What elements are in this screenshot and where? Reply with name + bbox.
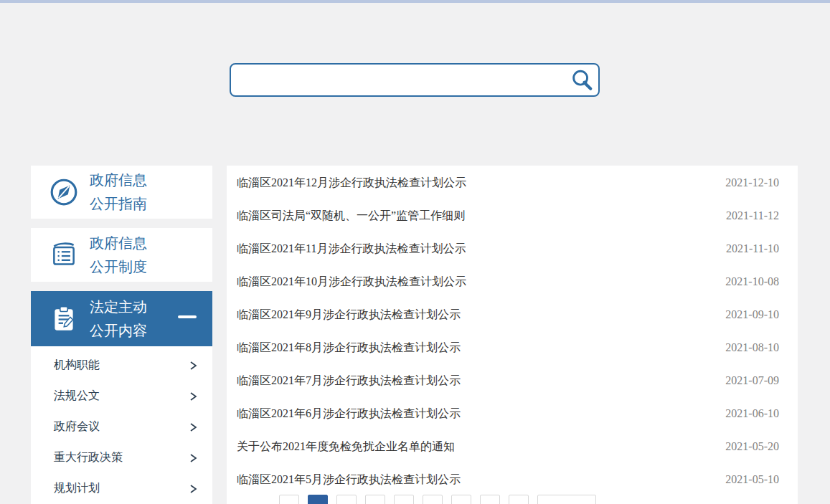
search-button[interactable] [565,65,598,95]
pagination-button[interactable] [451,495,471,504]
news-date: 2021-11-12 [726,209,779,222]
news-date: 2021-09-10 [725,308,779,321]
pagination-button[interactable] [394,495,414,504]
collapse-minus-icon[interactable] [178,315,197,318]
search-input[interactable] [231,65,565,95]
article-list-panel: 临淄区2021年12月涉企行政执法检查计划公示 2021-12-10 临淄区司法… [227,166,798,504]
news-title-link[interactable]: 临淄区2021年9月涉企行政执法检查计划公示 [237,308,461,323]
sidebar-item-label: 政府信息 公开指南 [90,168,147,216]
news-date: 2021-05-10 [725,473,779,486]
list-item[interactable]: 临淄区司法局“双随机、一公开”监管工作细则 2021-11-12 [227,199,798,232]
pagination-button[interactable] [480,495,500,504]
news-title-link[interactable]: 临淄区2021年11月涉企行政执法检查计划公示 [237,242,466,257]
news-date: 2021-11-10 [726,242,779,255]
search-icon [570,68,594,92]
pagination-button[interactable] [423,495,443,504]
list-item[interactable]: 临淄区2021年12月涉企行政执法检查计划公示 2021-12-10 [227,166,798,199]
news-title-link[interactable]: 临淄区司法局“双随机、一公开”监管工作细则 [237,209,465,224]
sidebar-item-label: 法定主动 公开内容 [90,295,147,343]
list-item[interactable]: 临淄区2021年8月涉企行政执法检查计划公示 2021-08-10 [227,331,798,364]
submenu-item-label: 法规公文 [54,389,100,404]
news-title-link[interactable]: 临淄区2021年8月涉企行政执法检查计划公示 [237,341,461,356]
news-title-link[interactable]: 关于公布2021年度免检免扰企业名单的通知 [237,439,455,455]
news-date: 2021-05-20 [725,440,779,453]
sidebar-item-system[interactable]: 政府信息 公开制度 [31,228,212,282]
pagination-button[interactable] [537,495,596,504]
sidebar-item-statutory-active[interactable]: 法定主动 公开内容 [31,291,212,346]
pagination-button[interactable] [336,495,357,504]
submenu-item[interactable]: 法规公文 [31,381,212,412]
sidebar: 政府信息 公开指南 政府信息 公开制度 [31,166,212,504]
pagination [279,495,596,504]
search-bar [230,63,600,97]
submenu-item-label: 规划计划 [54,481,100,496]
news-title-link[interactable]: 临淄区2021年10月涉企行政执法检查计划公示 [237,275,466,290]
news-title-link[interactable]: 临淄区2021年12月涉企行政执法检查计划公示 [237,176,466,191]
news-date: 2021-12-10 [725,176,779,189]
chevron-right-icon [188,452,198,464]
submenu-item-label: 重大行政决策 [54,450,123,465]
chevron-right-icon [188,391,198,402]
submenu-item[interactable]: 重大行政决策 [31,442,212,473]
list-item[interactable]: 临淄区2021年11月涉企行政执法检查计划公示 2021-11-10 [227,232,798,265]
chevron-right-icon [188,422,198,433]
news-list: 临淄区2021年12月涉企行政执法检查计划公示 2021-12-10 临淄区司法… [227,166,798,496]
pagination-button[interactable] [279,495,299,504]
list-item[interactable]: 临淄区2021年7月涉企行政执法检查计划公示 2021-07-09 [227,364,798,397]
list-item[interactable]: 临淄区2021年9月涉企行政执法检查计划公示 2021-09-10 [227,298,798,331]
list-item[interactable]: 关于公布2021年度免检免扰企业名单的通知 2021-05-20 [227,430,798,463]
sidebar-submenu: 机构职能 法规公文 政府会议 重大行政决策 [31,346,212,504]
pagination-button[interactable] [509,495,529,504]
submenu-item[interactable]: 政府会议 [31,412,212,442]
sidebar-item-label: 政府信息 公开制度 [90,232,147,279]
sidebar-item-guide[interactable]: 政府信息 公开指南 [31,166,212,219]
submenu-item[interactable]: 规划计划 [31,473,212,504]
pagination-button[interactable] [365,495,385,504]
news-date: 2021-08-10 [725,341,779,354]
submenu-item[interactable]: 机构职能 [31,350,212,381]
compass-icon [48,176,80,208]
list-item[interactable]: 临淄区2021年5月涉企行政执法检查计划公示 2021-05-10 [227,463,798,496]
news-date: 2021-10-08 [725,275,779,288]
news-title-link[interactable]: 临淄区2021年5月涉企行政执法检查计划公示 [237,472,461,488]
submenu-item-label: 机构职能 [54,358,100,373]
news-date: 2021-06-10 [725,407,779,420]
chevron-right-icon [188,360,198,371]
news-title-link[interactable]: 临淄区2021年6月涉企行政执法检查计划公示 [237,406,461,422]
news-title-link[interactable]: 临淄区2021年7月涉企行政执法检查计划公示 [237,374,461,389]
ledger-icon [48,239,80,271]
chevron-right-icon [188,483,198,495]
clipboard-pencil-icon [48,303,80,335]
pagination-button[interactable] [308,495,328,504]
news-date: 2021-07-09 [725,374,779,387]
list-item[interactable]: 临淄区2021年10月涉企行政执法检查计划公示 2021-10-08 [227,265,798,298]
top-accent-bar [0,0,830,3]
submenu-item-label: 政府会议 [54,419,100,434]
list-item[interactable]: 临淄区2021年6月涉企行政执法检查计划公示 2021-06-10 [227,397,798,430]
